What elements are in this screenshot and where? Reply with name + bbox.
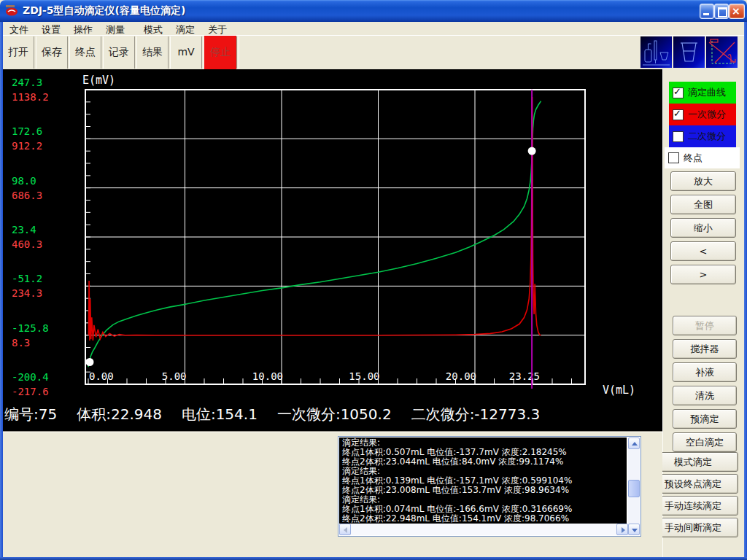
svg-text:912.2: 912.2 <box>12 140 42 152</box>
action-button-3[interactable]: 清洗 <box>673 386 737 405</box>
dosing-calibration-icon <box>706 36 738 68</box>
svg-text:20.00: 20.00 <box>446 370 476 382</box>
control-panel: 滴定曲线一次微分二次微分终点 放大全图缩小<> 暂停搅拌器补液清洗预滴定空白滴定… <box>662 69 745 557</box>
logo-tiles <box>640 36 738 69</box>
arrow-left-icon <box>344 527 347 533</box>
menu-item-4[interactable]: 模式 <box>137 23 169 36</box>
legend-label-2: 二次微分 <box>688 130 726 143</box>
toolbar-button-4[interactable]: 结果 <box>137 36 168 69</box>
series-titration-curve <box>88 101 541 368</box>
toolbar-button-0[interactable]: 打开 <box>3 36 34 69</box>
svg-text:98.0: 98.0 <box>12 175 36 187</box>
minimize-icon <box>703 13 709 15</box>
minimize-button[interactable] <box>700 4 714 19</box>
scroll-up-button[interactable] <box>628 438 640 449</box>
results-line-5: 终点2体积:23.008mL 电位值:153.7mV 浓度:98.9634% <box>342 486 627 495</box>
svg-text:23.25: 23.25 <box>509 370 540 382</box>
toolbar: 打开保存终点记录结果mV停止 <box>3 36 744 69</box>
results-line-2: 终点2体积:23.044mL 电位值:84.0mV 浓度:99.1174% <box>342 457 627 467</box>
status-field-3: 一次微分:1050.2 <box>277 405 392 423</box>
svg-text:1138.2: 1138.2 <box>12 91 49 103</box>
svg-text:E(mV): E(mV) <box>82 74 115 87</box>
menu-item-5[interactable]: 滴定 <box>169 23 201 36</box>
svg-text:8.3: 8.3 <box>12 337 30 349</box>
close-button[interactable] <box>729 4 745 19</box>
action-button-2[interactable]: 补液 <box>673 362 737 382</box>
action-button-1[interactable]: 搅拌器 <box>673 339 737 359</box>
title-bar[interactable]: ZDJ-5型自动滴定仪(容量电位滴定) <box>0 0 747 22</box>
window-border-left <box>0 22 3 560</box>
toolbar-buttons: 打开保存终点记录结果mV停止 <box>3 36 239 69</box>
toolbar-button-3[interactable]: 记录 <box>104 36 134 69</box>
legend-checkbox-2[interactable] <box>673 131 684 142</box>
titration-chart: 247.31138.2172.6912.298.0686.323.4460.3-… <box>0 69 662 432</box>
toolbar-button-1[interactable]: 保存 <box>36 36 67 69</box>
legend-label-0: 滴定曲线 <box>688 86 726 99</box>
svg-text:15.00: 15.00 <box>349 370 379 382</box>
legend-checkbox-0[interactable] <box>673 88 684 98</box>
horizontal-scrollbar[interactable] <box>339 524 628 535</box>
status-field-0: 编号:75 <box>4 405 57 423</box>
view-button-4[interactable]: > <box>670 265 736 284</box>
svg-text:-217.6: -217.6 <box>12 386 49 397</box>
toolbar-button-6[interactable]: 停止 <box>204 36 236 69</box>
svg-text:234.3: 234.3 <box>12 287 42 299</box>
svg-text:V(mL): V(mL) <box>603 384 635 397</box>
view-button-2[interactable]: 缩小 <box>670 218 736 238</box>
series-first-derivative <box>89 97 541 341</box>
view-button-3[interactable]: < <box>670 241 736 261</box>
menu-item-1[interactable]: 设置 <box>35 23 67 36</box>
legend-label-1: 一次微分 <box>688 108 726 121</box>
results-text: 滴定结果:终点1体积:0.507mL 电位值:-137.7mV 浓度:2.182… <box>339 438 627 524</box>
svg-text:0.00: 0.00 <box>89 370 114 382</box>
scroll-down-button[interactable] <box>628 524 640 535</box>
legend-row-0: 滴定曲线 <box>669 82 736 104</box>
svg-text:460.3: 460.3 <box>12 238 42 250</box>
arrow-down-icon <box>632 529 638 532</box>
action-button-4[interactable]: 预滴定 <box>673 409 737 429</box>
titration-stand-icon <box>640 36 672 68</box>
maximize-button[interactable] <box>714 4 729 19</box>
legend-checkbox-3[interactable] <box>668 152 679 163</box>
svg-text:-125.8: -125.8 <box>12 322 49 334</box>
maximize-icon <box>718 7 727 18</box>
action-button-0: 暂停 <box>673 316 737 335</box>
view-button-1[interactable]: 全图 <box>670 195 736 214</box>
toolbar-button-2[interactable]: 终点 <box>70 36 101 69</box>
toolbar-separator <box>236 36 239 69</box>
status-field-4: 二次微分:-12773.3 <box>411 405 541 423</box>
svg-text:10.00: 10.00 <box>252 370 283 382</box>
legend-checkbox-1[interactable] <box>673 109 684 120</box>
legend-row-2: 二次微分 <box>669 125 736 147</box>
vertical-scrollbar[interactable] <box>628 438 640 535</box>
svg-text:172.6: 172.6 <box>12 125 42 137</box>
beaker-icon <box>673 36 705 68</box>
view-button-0[interactable]: 放大 <box>670 171 736 191</box>
endpoint-marker-1 <box>85 358 93 366</box>
menu-item-0[interactable]: 文件 <box>3 23 35 36</box>
window-border-bottom <box>0 557 747 560</box>
svg-text:5.00: 5.00 <box>162 370 187 382</box>
legend: 滴定曲线一次微分二次微分终点 <box>669 82 739 168</box>
results-line-8: 终点2体积:22.948mL 电位值:154.1mV 浓度:98.7066% <box>342 514 627 524</box>
svg-text:247.3: 247.3 <box>12 77 42 88</box>
status-bar: 编号:75体积:22.948电位:154.1一次微分:1050.2二次微分:-1… <box>4 405 560 424</box>
menu-item-2[interactable]: 操作 <box>67 23 99 36</box>
scroll-left-button[interactable] <box>339 524 351 535</box>
legend-row-1: 一次微分 <box>669 104 736 125</box>
vertical-scrollbar-thumb[interactable] <box>628 480 640 497</box>
menu-item-6[interactable]: 关于 <box>201 23 233 36</box>
chart-panel: 247.31138.2172.6912.298.0686.323.4460.3-… <box>0 69 662 432</box>
action-button-5[interactable]: 空白滴定 <box>673 432 737 452</box>
window-border-right <box>744 22 747 560</box>
view-buttons: 放大全图缩小<> <box>670 171 736 288</box>
menu-item-3[interactable]: 测量 <box>99 23 131 36</box>
close-icon <box>732 5 740 17</box>
menu-bar: 文件设置操作测量模式滴定关于 <box>3 22 744 36</box>
endpoint-marker-2 <box>528 147 536 155</box>
results-box: 滴定结果:终点1体积:0.507mL 电位值:-137.7mV 浓度:2.182… <box>338 436 641 537</box>
legend-label-3: 终点 <box>684 152 703 165</box>
scroll-right-button[interactable] <box>616 524 628 535</box>
toolbar-button-5[interactable]: mV <box>171 36 201 69</box>
status-field-2: 电位:154.1 <box>182 405 258 423</box>
